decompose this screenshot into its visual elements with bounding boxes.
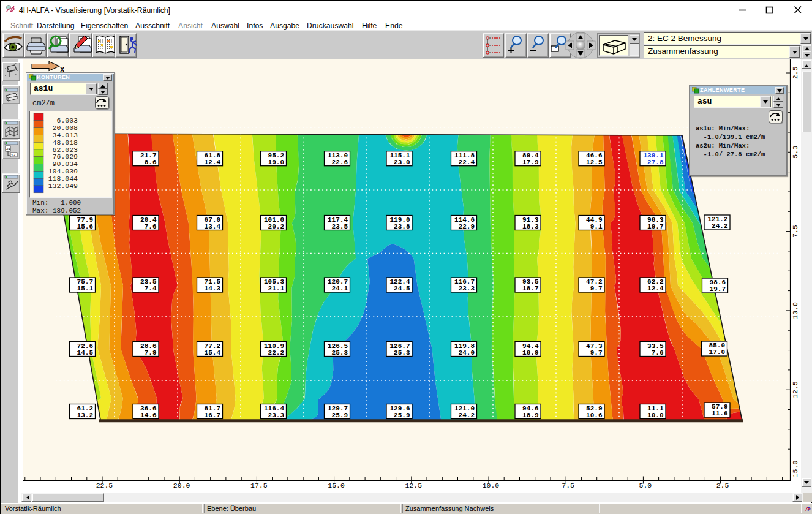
svg-text:18.9: 18.9 [522, 412, 538, 419]
svg-text:27.8: 27.8 [647, 159, 664, 166]
svg-text:24.2: 24.2 [712, 222, 727, 230]
svg-text:-20.0: -20.0 [169, 482, 190, 489]
svg-text:17.9: 17.9 [522, 159, 538, 166]
svg-text:7.5: 7.5 [791, 225, 799, 238]
svg-text:15.0: 15.0 [791, 461, 799, 478]
svg-text:24.5: 24.5 [394, 285, 410, 292]
svg-text:22.9: 22.9 [459, 223, 475, 230]
svg-text:9.7: 9.7 [590, 349, 603, 357]
svg-text:17.0: 17.0 [709, 349, 725, 356]
svg-text:10.0: 10.0 [791, 302, 799, 319]
svg-text:25.9: 25.9 [332, 412, 348, 419]
svg-text:23.3: 23.3 [459, 285, 475, 292]
svg-text:24.1: 24.1 [332, 285, 348, 292]
svg-text:7.6: 7.6 [145, 223, 157, 230]
svg-text:23.8: 23.8 [394, 223, 410, 230]
svg-text:15.1: 15.1 [77, 285, 94, 292]
svg-text:-7.5: -7.5 [557, 482, 574, 489]
svg-text:-10.0: -10.0 [478, 482, 500, 489]
svg-text:14.3: 14.3 [205, 285, 221, 292]
svg-text:22.2: 22.2 [268, 349, 284, 357]
svg-text:7.9: 7.9 [145, 349, 157, 357]
svg-text:19.0: 19.0 [268, 159, 284, 166]
svg-text:22.6: 22.6 [332, 159, 348, 166]
svg-text:16.7: 16.7 [205, 412, 220, 419]
svg-text:25.3: 25.3 [394, 349, 410, 357]
svg-text:15.4: 15.4 [205, 349, 221, 357]
svg-text:21.1: 21.1 [268, 285, 285, 292]
svg-text:23.0: 23.0 [394, 159, 410, 166]
svg-text:-15.0: -15.0 [323, 482, 345, 489]
svg-text:23.3: 23.3 [268, 412, 285, 419]
svg-text:9.1: 9.1 [590, 223, 603, 230]
svg-text:19.7: 19.7 [710, 285, 726, 293]
svg-text:12.5: 12.5 [586, 159, 603, 166]
svg-text:132.049: 132.049 [48, 182, 78, 190]
svg-text:10.0: 10.0 [647, 412, 663, 419]
svg-text:13.2: 13.2 [77, 412, 93, 419]
svg-text:8.6: 8.6 [145, 159, 157, 166]
svg-text:20.2: 20.2 [268, 223, 284, 230]
svg-text:18.9: 18.9 [522, 349, 538, 357]
svg-text:7.4: 7.4 [145, 285, 157, 292]
svg-text:7.6: 7.6 [652, 349, 664, 357]
svg-text:-5.0: -5.0 [635, 482, 652, 489]
svg-text:14.5: 14.5 [77, 349, 94, 357]
svg-text:22.4: 22.4 [459, 159, 475, 166]
svg-text:23.5: 23.5 [332, 223, 348, 230]
svg-text:9.7: 9.7 [590, 285, 603, 292]
svg-text:13.4: 13.4 [205, 223, 221, 230]
svg-text:-22.5: -22.5 [92, 482, 113, 489]
svg-text:12.5: 12.5 [791, 381, 799, 398]
svg-text:-12.5: -12.5 [401, 482, 423, 489]
svg-text:25.3: 25.3 [332, 349, 348, 357]
svg-text:18.3: 18.3 [522, 223, 539, 230]
svg-text:5.0: 5.0 [791, 146, 799, 159]
svg-text:25.9: 25.9 [394, 412, 410, 419]
svg-text:19.7: 19.7 [647, 223, 663, 230]
svg-text:14.6: 14.6 [140, 412, 156, 419]
svg-text:18.7: 18.7 [522, 285, 538, 292]
svg-text:12.4: 12.4 [205, 159, 221, 166]
svg-text:-2.5: -2.5 [712, 482, 729, 489]
svg-text:24.0: 24.0 [459, 349, 475, 357]
svg-text:24.2: 24.2 [459, 412, 475, 419]
svg-text:2.5: 2.5 [791, 67, 799, 80]
svg-text:11.6: 11.6 [712, 410, 727, 417]
svg-text:12.4: 12.4 [647, 285, 664, 292]
svg-text:-17.5: -17.5 [246, 482, 268, 489]
svg-text:10.6: 10.6 [586, 412, 602, 419]
svg-text:15.6: 15.6 [77, 223, 93, 230]
